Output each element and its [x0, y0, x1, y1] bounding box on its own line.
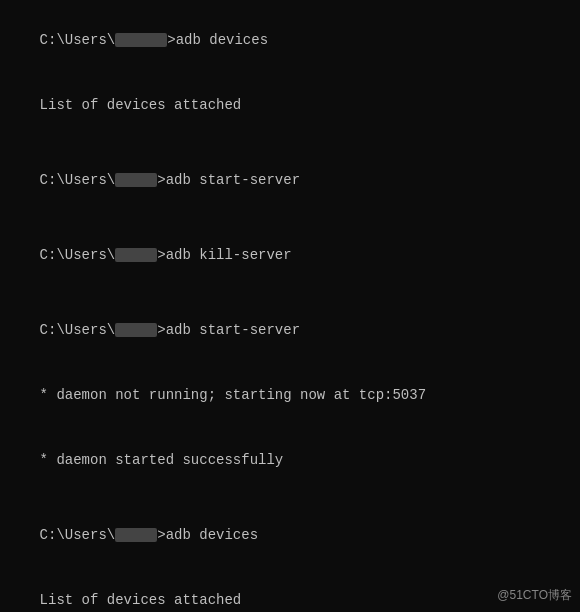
command-text: >adb devices: [167, 32, 268, 48]
spacer: [6, 213, 574, 223]
terminal-output: List of devices attached: [6, 569, 574, 613]
terminal-output: List of devices attached: [6, 73, 574, 138]
spacer: [6, 493, 574, 503]
output-text: * daemon not running; starting now at tc…: [40, 387, 426, 403]
terminal-line: C:\Users\>adb devices: [6, 8, 574, 73]
prompt-text: C:\Users\: [40, 247, 116, 263]
terminal-output: * daemon started successfully: [6, 428, 574, 493]
spacer: [6, 288, 574, 298]
terminal-output: * daemon not running; starting now at tc…: [6, 363, 574, 428]
output-text: * daemon started successfully: [40, 452, 284, 468]
output-text: List of devices attached: [40, 97, 242, 113]
output-text: List of devices attached: [40, 592, 242, 608]
redacted-username: [115, 33, 167, 47]
terminal-line: C:\Users\>adb kill-server: [6, 223, 574, 288]
prompt-text: C:\Users\: [40, 322, 116, 338]
terminal-line: C:\Users\>adb devices: [6, 503, 574, 568]
watermark: @51CTO博客: [497, 587, 572, 604]
redacted-username: [115, 323, 157, 337]
redacted-username: [115, 173, 157, 187]
redacted-username: [115, 528, 157, 542]
terminal-line: C:\Users\>adb start-server: [6, 298, 574, 363]
command-text: >adb devices: [157, 527, 258, 543]
command-text: >adb kill-server: [157, 247, 291, 263]
prompt-text: C:\Users\: [40, 172, 116, 188]
terminal-line: C:\Users\>adb start-server: [6, 148, 574, 213]
command-text: >adb start-server: [157, 172, 300, 188]
prompt-text: C:\Users\: [40, 527, 116, 543]
redacted-username: [115, 248, 157, 262]
terminal-window: C:\Users\>adb devices List of devices at…: [0, 0, 580, 612]
spacer: [6, 138, 574, 148]
command-text: >adb start-server: [157, 322, 300, 338]
prompt-text: C:\Users\: [40, 32, 116, 48]
